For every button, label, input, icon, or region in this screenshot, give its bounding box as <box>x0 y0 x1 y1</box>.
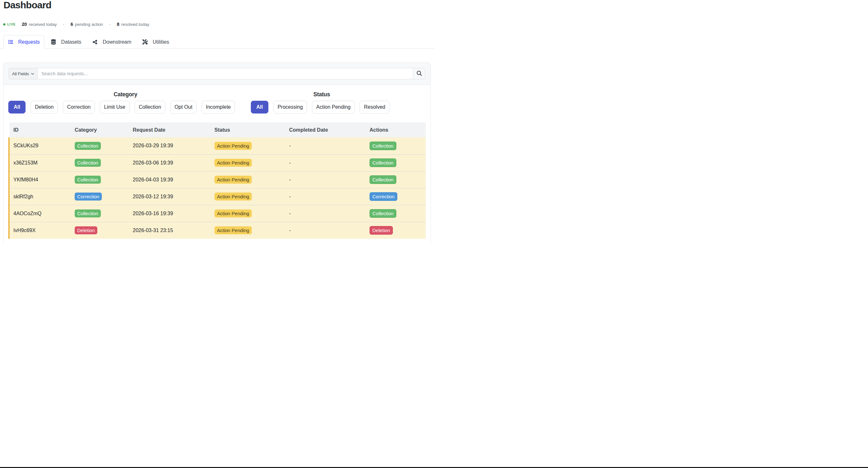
category-filter-group: Category All Deletion Correction Limit U… <box>8 90 235 113</box>
tab-utilities-label: Utilities <box>153 39 169 45</box>
cell-category: Collection <box>71 171 129 188</box>
cell-id: SCkUKs29 <box>9 137 71 154</box>
separator-dot-icon <box>63 24 64 25</box>
cell-request-date: 2026-03-31 23:15 <box>129 222 211 239</box>
cell-id: YKfM80H4 <box>9 171 71 188</box>
category-filter-heading: Category <box>114 91 137 98</box>
cell-id: sklRf2gh <box>9 188 71 205</box>
tab-bar: Requests Datasets Downstream Utilities <box>0 35 434 49</box>
category-filter-all[interactable]: All <box>8 101 26 113</box>
status-badge: Action Pending <box>214 193 252 201</box>
table-row: SCkUKs29 Collection 2026-03-29 19:39 Act… <box>9 137 426 154</box>
category-filter-buttons: All Deletion Correction Limit Use Collec… <box>8 101 235 113</box>
category-filter-opt-out[interactable]: Opt Out <box>170 101 196 113</box>
stat-pending-action: 6 pending action <box>70 22 103 27</box>
status-filter-all[interactable]: All <box>251 101 268 113</box>
action-button[interactable]: Deletion <box>370 226 393 235</box>
cell-status: Action Pending <box>211 222 285 239</box>
stat-resolved-today: 8 resolved today <box>117 22 149 27</box>
status-filter-resolved[interactable]: Resolved <box>360 101 389 113</box>
status-filter-buttons: All Processing Action Pending Resolved <box>251 101 389 113</box>
tab-requests-label: Requests <box>18 39 40 45</box>
chevron-down-icon <box>31 72 34 75</box>
tab-datasets[interactable]: Datasets <box>46 35 86 49</box>
status-filter-action-pending[interactable]: Action Pending <box>312 101 355 113</box>
column-header-status: Status <box>211 123 285 137</box>
page-title: Dashboard <box>3 0 431 11</box>
requests-table: ID Category Request Date Status Complete… <box>8 123 426 239</box>
search-field-select[interactable]: All Fields <box>9 68 37 79</box>
category-filter-incomplete[interactable]: Incomplete <box>202 101 235 113</box>
stat-received-today-label: received today <box>29 22 57 27</box>
table-row: IvH9c69X Deletion 2026-03-31 23:15 Actio… <box>9 222 426 239</box>
column-header-category: Category <box>71 123 129 137</box>
status-badge: Action Pending <box>214 176 252 183</box>
cell-status: Action Pending <box>211 137 285 154</box>
cell-completed-date: - <box>285 205 366 222</box>
cell-request-date: 2026-03-06 19:39 <box>129 154 211 171</box>
share-nodes-icon <box>92 39 98 45</box>
cell-status: Action Pending <box>211 188 285 205</box>
tab-list: Requests Datasets Downstream Utilities <box>3 35 431 48</box>
status-badge: Action Pending <box>214 159 252 167</box>
action-button[interactable]: Collection <box>370 175 396 184</box>
tab-downstream[interactable]: Downstream <box>88 35 136 49</box>
column-header-id: ID <box>9 123 71 137</box>
table-body: SCkUKs29 Collection 2026-03-29 19:39 Act… <box>9 137 426 239</box>
requests-panel: All Fields Category All <box>3 63 431 243</box>
requests-panel-body: Category All Deletion Correction Limit U… <box>3 85 431 243</box>
screwdriver-wrench-icon <box>142 39 148 45</box>
cell-status: Action Pending <box>211 205 285 222</box>
cell-category: Correction <box>71 188 129 205</box>
cell-completed-date: - <box>285 188 366 205</box>
status-badge: Action Pending <box>214 226 252 234</box>
tab-utilities[interactable]: Utilities <box>138 35 174 49</box>
category-badge: Collection <box>75 176 101 183</box>
search-field-select-value: All Fields <box>12 71 29 76</box>
action-button[interactable]: Collection <box>370 141 396 150</box>
search-input[interactable] <box>37 68 413 79</box>
action-button[interactable]: Collection <box>370 159 396 167</box>
category-filter-limit-use[interactable]: Limit Use <box>100 101 130 113</box>
action-button[interactable]: Correction <box>370 192 397 201</box>
category-badge: Collection <box>75 142 101 150</box>
cell-id: IvH9c69X <box>9 222 71 239</box>
cell-category: Collection <box>71 137 129 154</box>
status-filter-processing[interactable]: Processing <box>274 101 307 113</box>
cell-request-date: 2026-03-29 19:39 <box>129 137 211 154</box>
cell-category: Deletion <box>71 222 129 239</box>
live-label: LIVE <box>7 23 16 26</box>
category-filter-deletion[interactable]: Deletion <box>31 101 58 113</box>
stat-received-today: 20 received today <box>22 22 57 27</box>
cell-request-date: 2026-03-12 19:39 <box>129 188 211 205</box>
column-header-actions: Actions <box>366 123 426 137</box>
cell-actions: Collection <box>366 171 426 188</box>
tab-requests[interactable]: Requests <box>3 35 44 49</box>
cell-category: Collection <box>71 205 129 222</box>
column-header-completed-date: Completed Date <box>285 123 366 137</box>
stat-resolved-today-label: resolved today <box>121 22 149 27</box>
cell-id: x36Z153M <box>9 154 71 171</box>
cell-completed-date: - <box>285 154 366 171</box>
cell-actions: Collection <box>366 137 426 154</box>
search-button[interactable] <box>413 68 425 79</box>
cell-actions: Correction <box>366 188 426 205</box>
cell-status: Action Pending <box>211 171 285 188</box>
stats-bar: LIVE 20 received today 6 pending action … <box>3 21 431 27</box>
filters: Category All Deletion Correction Limit U… <box>8 90 426 113</box>
stat-received-today-value: 20 <box>22 22 27 27</box>
category-filter-collection[interactable]: Collection <box>135 101 165 113</box>
status-badge: Action Pending <box>214 142 252 150</box>
stat-pending-action-label: pending action <box>75 22 103 27</box>
category-badge: Correction <box>75 193 102 201</box>
status-filter-heading: Status <box>313 91 330 98</box>
category-badge: Collection <box>75 209 101 218</box>
cell-actions: Collection <box>366 205 426 222</box>
action-button[interactable]: Collection <box>370 209 396 218</box>
category-badge: Collection <box>75 159 101 167</box>
database-icon <box>51 39 57 45</box>
cell-request-date: 2026-04-03 19:39 <box>129 171 211 188</box>
category-filter-correction[interactable]: Correction <box>63 101 95 113</box>
list-icon <box>8 39 13 45</box>
table-head: ID Category Request Date Status Complete… <box>9 123 426 137</box>
